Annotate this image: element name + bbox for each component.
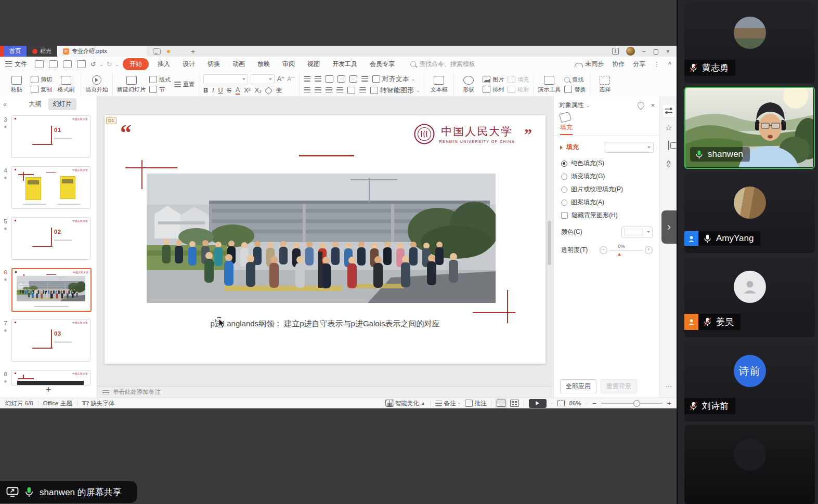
fill-style-select[interactable]: [605, 142, 654, 153]
menu-tab-review[interactable]: 审阅: [277, 58, 300, 70]
close-button[interactable]: ×: [666, 48, 670, 55]
option-solid-fill[interactable]: 纯色填充(S): [554, 157, 660, 170]
tab-slides[interactable]: 幻灯片: [48, 98, 76, 110]
decrease-font-button[interactable]: A⁻: [287, 75, 294, 83]
slide-caption[interactable]: p进Langlands纲领： 建立p进自守表示与p进Galois表示之间的对应: [105, 319, 546, 329]
new-tab-button[interactable]: +: [191, 47, 195, 56]
group-photo[interactable]: [147, 174, 496, 303]
properties-strip-button[interactable]: [663, 104, 675, 117]
outline-button[interactable]: 轮廓: [508, 86, 529, 94]
superscript-button[interactable]: X²: [244, 87, 251, 94]
sync-status[interactable]: 未同步: [575, 60, 604, 69]
participant-tile[interactable]: 诗前 刘诗前: [684, 341, 815, 421]
zoom-out-button[interactable]: −: [592, 399, 596, 407]
fill-button[interactable]: 填充: [508, 76, 529, 84]
zoom-in-button[interactable]: +: [667, 399, 671, 407]
collapse-ribbon-button[interactable]: ^: [668, 61, 671, 68]
picture-button[interactable]: 图片: [483, 76, 504, 84]
zoom-percentage[interactable]: 86%: [569, 400, 581, 406]
align-center-icon[interactable]: [315, 87, 321, 93]
font-color-button[interactable]: A: [236, 86, 240, 95]
font-name-select[interactable]: [203, 74, 248, 84]
slide-sorter-view-button[interactable]: [510, 400, 519, 407]
align-left-icon[interactable]: [304, 87, 310, 93]
missing-font-indicator[interactable]: T? 缺失字体: [82, 400, 114, 407]
apply-all-button[interactable]: 全部应用: [560, 379, 596, 393]
shapes-button[interactable]: 形状: [458, 76, 479, 94]
font-size-select[interactable]: [251, 74, 275, 84]
copy-button[interactable]: 复制: [31, 86, 52, 94]
menu-tab-transition[interactable]: 切换: [202, 58, 225, 70]
add-slide-button[interactable]: +: [45, 384, 51, 395]
option-hide-background[interactable]: 隐藏背景图形(H): [554, 209, 660, 222]
slide-thumbnail-7[interactable]: 中国人民大学 03: [11, 319, 90, 362]
strikethrough-button[interactable]: S: [227, 87, 231, 94]
paragraph-spacing-icon[interactable]: [359, 87, 366, 93]
pin-icon[interactable]: [637, 100, 646, 110]
minimize-button[interactable]: −: [642, 48, 646, 55]
current-slide[interactable]: D1 “ 中国人民大学 RENMIN UNIVERSITY OF CHINA: [105, 115, 546, 364]
text-box-button[interactable]: 文本框: [429, 76, 449, 94]
align-right-icon[interactable]: [326, 87, 332, 93]
section-triangle-icon[interactable]: [560, 145, 565, 150]
notes-toggle-button[interactable]: 备注·: [435, 400, 460, 407]
tab-docer[interactable]: 稻壳: [27, 46, 57, 57]
canvas-scrollbar[interactable]: [548, 221, 551, 265]
decrease-transparency-button[interactable]: −: [600, 246, 607, 254]
menu-tab-member[interactable]: 会员专享: [365, 58, 400, 70]
redo-button[interactable]: ↻: [106, 60, 112, 68]
increase-font-button[interactable]: A⁺: [277, 75, 284, 83]
menu-tab-design[interactable]: 设计: [177, 58, 200, 70]
reset-button[interactable]: 重置: [174, 81, 194, 88]
subscript-button[interactable]: X₂: [255, 87, 262, 94]
slide-thumbnail-5[interactable]: 中国人民大学 02: [11, 217, 90, 260]
slideshow-play-button[interactable]: [529, 399, 547, 408]
tab-home[interactable]: 首页: [4, 46, 27, 57]
share-button[interactable]: 分享: [633, 60, 645, 69]
layout-button[interactable]: 版式: [149, 76, 171, 84]
transparency-slider[interactable]: − 0% +: [600, 246, 653, 254]
properties-caret[interactable]: ⌄: [586, 103, 590, 108]
normal-view-button[interactable]: [497, 400, 505, 407]
notes-bar[interactable]: 单击此处添加备注: [97, 386, 553, 397]
save-icon[interactable]: [35, 60, 44, 68]
line-spacing-icon[interactable]: [361, 76, 368, 82]
file-menu[interactable]: 文件: [5, 60, 27, 69]
option-pattern-fill[interactable]: 图案填充(A): [554, 196, 660, 209]
more-menu[interactable]: ⋮: [654, 61, 660, 68]
slide-thumbnail-4[interactable]: 中国人民大学: [11, 166, 90, 209]
close-panel-button[interactable]: ×: [651, 101, 655, 109]
participant-tile[interactable]: 黄志勇: [684, 3, 815, 83]
zoom-slider[interactable]: [601, 403, 663, 404]
participant-tile[interactable]: 姜昊: [684, 257, 815, 337]
account-avatar[interactable]: [626, 47, 635, 56]
text-effects-button[interactable]: 变: [276, 86, 282, 95]
collaborate-button[interactable]: 协作: [612, 60, 625, 69]
menu-tab-view[interactable]: 视图: [302, 58, 325, 70]
smart-graphic-button[interactable]: 转智能图形⌄: [370, 86, 420, 95]
italic-button[interactable]: I: [212, 87, 214, 94]
clear-format-icon[interactable]: [265, 86, 273, 95]
menu-tab-slideshow[interactable]: 放映: [252, 58, 275, 70]
replace-button[interactable]: 替换: [564, 86, 586, 94]
comment-bubble-icon[interactable]: [153, 48, 161, 55]
participant-tile[interactable]: AmyYang: [684, 173, 815, 253]
print-icon[interactable]: [63, 60, 72, 68]
zoom-knob[interactable]: [633, 400, 640, 407]
find-button[interactable]: 查找: [564, 76, 586, 84]
justify-icon[interactable]: [336, 87, 343, 93]
text-direction-icon[interactable]: [349, 75, 357, 83]
participant-tile-speaking[interactable]: shanwen: [684, 87, 815, 169]
align-text-button[interactable]: 对齐文本⌄: [372, 74, 416, 84]
restore-button[interactable]: ▢: [653, 48, 659, 55]
collapse-panel-button[interactable]: «: [3, 100, 7, 108]
decrease-indent-icon[interactable]: [326, 75, 333, 83]
slide-thumbnail-6-selected[interactable]: 中国人民大学: [11, 268, 92, 312]
numbered-list-icon[interactable]: [315, 76, 321, 82]
tab-outline[interactable]: 大纲: [24, 98, 46, 110]
animation-pane-button[interactable]: [668, 141, 669, 150]
export-icon[interactable]: [49, 60, 58, 68]
distribute-icon[interactable]: [347, 87, 355, 94]
effects-strip-button[interactable]: ☆: [665, 123, 672, 132]
undo-button[interactable]: ↺: [90, 60, 96, 68]
